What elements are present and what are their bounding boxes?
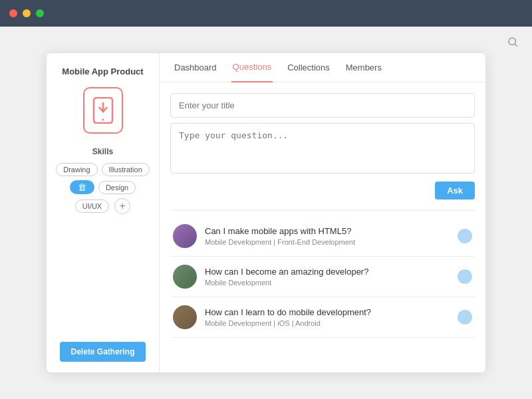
minimize-dot[interactable] [23,9,31,17]
question-info: How can I learn to do mobile development… [205,307,450,327]
search-icon[interactable] [507,36,519,51]
svg-point-0 [509,38,516,45]
question-item[interactable]: How can I learn to do mobile development… [170,297,475,338]
question-textarea[interactable] [170,123,475,174]
question-tags: Mobile Development | iOS | Android [205,319,450,327]
add-skill-button[interactable]: + [114,198,130,214]
question-tags: Mobile Development | Front-End Developme… [205,238,450,246]
tab-collections[interactable]: Collections [286,53,331,82]
title-bar [0,0,532,27]
question-item[interactable]: How can I become an amazing developer? M… [170,257,475,297]
desktop: Mobile App Product Skills Drawing Illust… [0,27,532,399]
delete-skill-button[interactable]: 🗑 [70,180,94,194]
nav-tabs: Dashboard Questions Collections Members [160,53,485,82]
svg-line-1 [515,44,517,46]
sidebar: Mobile App Product Skills Drawing Illust… [47,53,160,372]
question-info: Can I make mobile apps with HTML5? Mobil… [205,226,450,246]
skills-row-2: 🗑 Design [70,180,136,194]
skill-tag-drawing[interactable]: Drawing [56,163,97,176]
question-title: How can I become an amazing developer? [205,267,450,277]
content-area: Ask Can I make mobile apps with HTML5? M… [160,82,485,372]
ask-btn-row: Ask [170,182,475,200]
delete-gathering-button[interactable]: Delete Gathering [60,342,146,362]
main-content: Dashboard Questions Collections Members … [160,53,485,372]
tab-questions[interactable]: Questions [231,53,273,82]
answer-indicator [458,269,472,284]
tab-members[interactable]: Members [344,53,383,82]
skill-tag-uiux[interactable]: UI/UX [75,200,109,213]
skill-tag-design[interactable]: Design [98,181,136,194]
avatar [173,224,197,248]
question-item[interactable]: Can I make mobile apps with HTML5? Mobil… [170,216,475,257]
close-dot[interactable] [9,9,17,17]
skill-tag-illustration[interactable]: Illustration [102,163,150,176]
question-info: How can I become an amazing developer? M… [205,267,450,287]
questions-list: Can I make mobile apps with HTML5? Mobil… [170,216,475,338]
question-tags: Mobile Development [205,279,450,287]
app-icon [83,87,123,134]
app-window: Mobile App Product Skills Drawing Illust… [47,53,485,372]
question-title: How can I learn to do mobile development… [205,307,450,317]
ask-button[interactable]: Ask [435,182,475,200]
skills-container: Drawing Illustration [53,163,152,176]
title-input[interactable] [170,93,475,118]
avatar [173,265,197,289]
sidebar-title: Mobile App Product [62,66,143,76]
ask-form: Ask [170,93,475,211]
svg-point-4 [102,119,104,121]
answer-indicator [458,229,472,243]
avatar [173,305,197,329]
tab-dashboard[interactable]: Dashboard [173,53,218,82]
skills-row-3: UI/UX + [75,198,130,214]
skills-label: Skills [92,147,113,156]
question-title: Can I make mobile apps with HTML5? [205,226,450,236]
answer-indicator [458,310,472,325]
maximize-dot[interactable] [36,9,44,17]
